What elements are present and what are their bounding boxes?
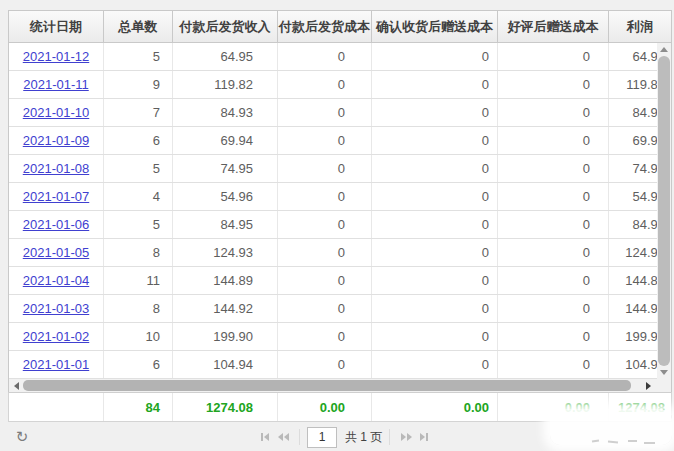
- date-link[interactable]: 2021-01-10: [23, 105, 90, 120]
- table-row: 2021-01-0210199.90000199.90: [9, 323, 671, 351]
- scroll-right-arrow-icon[interactable]: [641, 379, 655, 392]
- cell-ship-cost: 0: [278, 295, 372, 322]
- cell-praise-gift-cost: 0: [498, 351, 609, 378]
- cell-orders: 11: [104, 267, 173, 294]
- cell-ship-cost: 0: [278, 155, 372, 182]
- datagrid-panel: 统计日期 总单数 付款后发货收入 付款后发货成本 确认收货后赠送成本 好评后赠送…: [8, 10, 672, 422]
- total-empty: [9, 393, 104, 421]
- cell-revenue: 64.95: [173, 43, 278, 70]
- cell-date: 2021-01-04: [9, 267, 104, 294]
- cell-confirm-gift-cost: 0: [372, 155, 498, 182]
- column-header-profit: 利润: [609, 11, 671, 42]
- horizontal-scrollbar-thumb[interactable]: [23, 380, 631, 391]
- total-revenue: 1274.08: [173, 393, 278, 421]
- watermark-artifact: [550, 409, 672, 445]
- cell-praise-gift-cost: 0: [498, 43, 609, 70]
- cell-date: 2021-01-02: [9, 323, 104, 350]
- vertical-scrollbar-thumb[interactable]: [658, 56, 670, 366]
- cell-ship-cost: 0: [278, 239, 372, 266]
- cell-revenue: 144.92: [173, 295, 278, 322]
- cell-confirm-gift-cost: 0: [372, 127, 498, 154]
- horizontal-scrollbar[interactable]: [8, 379, 672, 392]
- cell-confirm-gift-cost: 0: [372, 323, 498, 350]
- column-header-revenue: 付款后发货收入: [173, 11, 278, 42]
- next-page-button[interactable]: [397, 428, 415, 446]
- cell-confirm-gift-cost: 0: [372, 183, 498, 210]
- cell-confirm-gift-cost: 0: [372, 211, 498, 238]
- cell-date: 2021-01-05: [9, 239, 104, 266]
- cell-praise-gift-cost: 0: [498, 127, 609, 154]
- cell-ship-cost: 0: [278, 127, 372, 154]
- cell-praise-gift-cost: 0: [498, 295, 609, 322]
- cell-orders: 5: [104, 155, 173, 182]
- scroll-left-arrow-icon[interactable]: [9, 379, 23, 392]
- table-row: 2021-01-016104.94000104.94: [9, 351, 671, 379]
- scroll-up-arrow-icon[interactable]: [657, 43, 671, 56]
- date-link[interactable]: 2021-01-05: [23, 245, 90, 260]
- cell-ship-cost: 0: [278, 183, 372, 210]
- cell-ship-cost: 0: [278, 99, 372, 126]
- cell-praise-gift-cost: 0: [498, 239, 609, 266]
- cell-ship-cost: 0: [278, 43, 372, 70]
- page-number-input[interactable]: [307, 427, 337, 448]
- cell-date: 2021-01-12: [9, 43, 104, 70]
- refresh-icon[interactable]: ↻: [14, 429, 30, 445]
- total-confirm-gift-cost: 0.00: [372, 393, 498, 421]
- table-row: 2021-01-09669.9400069.94: [9, 127, 671, 155]
- cell-orders: 10: [104, 323, 173, 350]
- last-page-button[interactable]: [415, 428, 433, 446]
- cell-confirm-gift-cost: 0: [372, 43, 498, 70]
- date-link[interactable]: 2021-01-02: [23, 329, 90, 344]
- table-row: 2021-01-038144.92000144.92: [9, 295, 671, 323]
- cell-revenue: 199.90: [173, 323, 278, 350]
- first-page-button[interactable]: [256, 428, 274, 446]
- cell-date: 2021-01-11: [9, 71, 104, 98]
- cell-ship-cost: 0: [278, 267, 372, 294]
- cell-orders: 7: [104, 99, 173, 126]
- scroll-down-arrow-icon[interactable]: [657, 366, 671, 379]
- table-row: 2021-01-06584.9500084.95: [9, 211, 671, 239]
- date-link[interactable]: 2021-01-08: [23, 161, 90, 176]
- date-link[interactable]: 2021-01-11: [23, 77, 89, 92]
- cell-date: 2021-01-06: [9, 211, 104, 238]
- cell-confirm-gift-cost: 0: [372, 71, 498, 98]
- total-orders: 84: [104, 393, 173, 421]
- cell-date: 2021-01-03: [9, 295, 104, 322]
- cell-praise-gift-cost: 0: [498, 155, 609, 182]
- prev-page-button[interactable]: [274, 428, 292, 446]
- table-row: 2021-01-07454.9600054.96: [9, 183, 671, 211]
- date-link[interactable]: 2021-01-01: [23, 357, 90, 372]
- cell-praise-gift-cost: 0: [498, 99, 609, 126]
- cell-praise-gift-cost: 0: [498, 183, 609, 210]
- cell-orders: 9: [104, 71, 173, 98]
- table-row: 2021-01-0411144.89000144.89: [9, 267, 671, 295]
- cell-orders: 5: [104, 211, 173, 238]
- cell-orders: 6: [104, 127, 173, 154]
- column-header-confirm-gift-cost: 确认收货后赠送成本: [372, 11, 498, 42]
- cell-orders: 8: [104, 295, 173, 322]
- cell-revenue: 104.94: [173, 351, 278, 378]
- cell-confirm-gift-cost: 0: [372, 295, 498, 322]
- pagination-controls: 共 1 页: [256, 425, 433, 449]
- table-row: 2021-01-10784.9300084.93: [9, 99, 671, 127]
- cell-revenue: 119.82: [173, 71, 278, 98]
- date-link[interactable]: 2021-01-07: [23, 189, 90, 204]
- date-link[interactable]: 2021-01-09: [23, 133, 90, 148]
- cell-praise-gift-cost: 0: [498, 323, 609, 350]
- cell-praise-gift-cost: 0: [498, 267, 609, 294]
- table-header-row: 统计日期 总单数 付款后发货收入 付款后发货成本 确认收货后赠送成本 好评后赠送…: [8, 10, 672, 43]
- cell-revenue: 69.94: [173, 127, 278, 154]
- cell-confirm-gift-cost: 0: [372, 267, 498, 294]
- date-link[interactable]: 2021-01-06: [23, 217, 90, 232]
- cell-ship-cost: 0: [278, 71, 372, 98]
- column-header-praise-gift-cost: 好评后赠送成本: [498, 11, 609, 42]
- column-header-ship-cost: 付款后发货成本: [278, 11, 372, 42]
- table-row: 2021-01-12564.9500064.95: [9, 43, 671, 71]
- cell-revenue: 84.93: [173, 99, 278, 126]
- date-link[interactable]: 2021-01-12: [23, 49, 90, 64]
- date-link[interactable]: 2021-01-03: [23, 301, 90, 316]
- cell-orders: 6: [104, 351, 173, 378]
- cell-revenue: 144.89: [173, 267, 278, 294]
- vertical-scrollbar[interactable]: [657, 43, 671, 379]
- date-link[interactable]: 2021-01-04: [23, 273, 90, 288]
